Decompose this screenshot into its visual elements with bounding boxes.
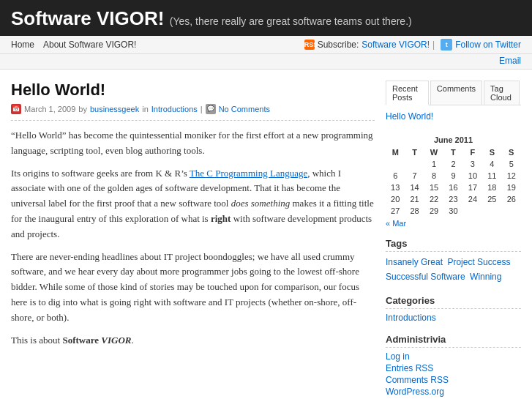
- cal-th-w: W: [424, 146, 443, 158]
- admin-list: Log in Entries RSS Comments RSS WordPres…: [386, 351, 521, 398]
- calendar-row: 12345: [386, 158, 521, 170]
- calendar-cell: 19: [502, 182, 521, 193]
- content-area: Hello World! 📅 March 1, 2009 by business…: [11, 81, 375, 399]
- calendar-cell: 30: [443, 205, 462, 217]
- administrivia-widget: Administrivia Log in Entries RSS Comment…: [386, 334, 521, 398]
- sidebar: Recent Posts Comments Tag Cloud Hello Wo…: [386, 81, 521, 399]
- follow-twitter-link[interactable]: Follow on Twitter: [455, 40, 521, 50]
- administrivia-title: Administrivia: [386, 334, 521, 348]
- cal-th-f: F: [463, 146, 482, 158]
- calendar-cell: 8: [424, 170, 443, 182]
- tags-widget: Tags Insanely Great Project Success Succ…: [386, 238, 521, 285]
- cal-th-t1: T: [405, 146, 424, 158]
- calendar-cell: [463, 205, 482, 217]
- post-para-1: “Hello World” has become the quintessent…: [11, 128, 375, 159]
- calendar-cell: 17: [463, 182, 482, 193]
- calendar-cell: 9: [443, 170, 462, 182]
- para4-pre: This is about: [11, 335, 62, 346]
- calendar-cell: 10: [463, 170, 482, 182]
- calendar-cell: 7: [405, 170, 424, 182]
- site-title: Software VIGOR! (Yes, there really are g…: [11, 7, 521, 30]
- calendar-cell: 27: [386, 205, 405, 217]
- recent-posts-widget: Recent Posts Comments Tag Cloud Hello Wo…: [386, 81, 521, 123]
- post-para-2: Its origins to software geeks are from K…: [11, 166, 375, 242]
- calendar-cell: 28: [405, 205, 424, 217]
- tab-tag-cloud[interactable]: Tag Cloud: [484, 81, 520, 105]
- tag-insanely-great[interactable]: Insanely Great: [386, 257, 443, 267]
- post-author[interactable]: businessgeek: [90, 105, 139, 113]
- post-comments[interactable]: No Comments: [219, 105, 270, 113]
- calendar-cell: 4: [482, 158, 501, 170]
- tag-winning[interactable]: Winning: [470, 272, 501, 282]
- email-row: Email: [0, 54, 532, 70]
- para2-em: does something: [231, 198, 291, 209]
- recent-post-hello-world[interactable]: Hello World!: [386, 110, 521, 123]
- categories-list: Introductions: [386, 312, 521, 324]
- calendar-row: 6789101112: [386, 170, 521, 182]
- calendar-cell: [482, 205, 501, 217]
- para2-strong: right: [211, 213, 231, 224]
- comment-icon: 💬: [206, 104, 216, 114]
- tab-comments[interactable]: Comments: [430, 81, 482, 105]
- pipe-separator: |: [432, 40, 435, 50]
- admin-entries-rss[interactable]: Entries RSS: [386, 362, 521, 374]
- calendar-cell: 1: [424, 158, 443, 170]
- post-category[interactable]: Introductions: [151, 105, 198, 113]
- calendar-cell: 15: [424, 182, 443, 193]
- calendar-header-row: M T W T F S S: [386, 146, 521, 158]
- nav-left: Home About Software VIGOR!: [11, 40, 136, 50]
- admin-comments-rss[interactable]: Comments RSS: [386, 374, 521, 386]
- nav-home[interactable]: Home: [11, 40, 34, 50]
- subscribe-link[interactable]: Software VIGOR!: [361, 40, 430, 50]
- calendar-cell: 12: [502, 170, 521, 182]
- calendar-cell: 29: [424, 205, 443, 217]
- post-para-3: There are never-ending headlines about I…: [11, 250, 375, 326]
- calendar-row: 27282930: [386, 205, 521, 217]
- nav-about[interactable]: About Software VIGOR!: [43, 40, 136, 50]
- cal-th-s2: S: [502, 146, 521, 158]
- email-link[interactable]: Email: [499, 56, 521, 66]
- para4-strong-text: Software: [62, 335, 101, 346]
- post-body: “Hello World” has become the quintessent…: [11, 128, 375, 348]
- calendar-row: 13141516171819: [386, 182, 521, 193]
- post-separator: |: [201, 105, 203, 113]
- calendar-icon: 📅: [11, 104, 21, 114]
- twitter-block: t Follow on Twitter: [441, 39, 521, 51]
- post-title: Hello World!: [11, 81, 375, 100]
- post-para-4: This is about Software VIGOR.: [11, 333, 375, 348]
- c-programming-link[interactable]: The C Programming Language: [190, 168, 307, 179]
- nav-right: RSS Subscribe: Software VIGOR! | t Follo…: [304, 39, 521, 51]
- site-title-text: Software VIGOR!: [11, 7, 164, 29]
- calendar-cell: [405, 158, 424, 170]
- calendar-nav: « Mar: [386, 219, 521, 228]
- widget-tabs: Recent Posts Comments Tag Cloud: [386, 81, 521, 105]
- subscribe-block: RSS Subscribe: Software VIGOR! |: [304, 40, 435, 50]
- rss-icon: RSS: [304, 40, 315, 50]
- calendar-widget: June 2011 M T W T F S S 1234567891011121…: [386, 133, 521, 228]
- tag-project-success[interactable]: Project Success: [447, 257, 510, 267]
- calendar-cell: 11: [482, 170, 501, 182]
- cal-th-s1: S: [482, 146, 501, 158]
- tab-recent-posts[interactable]: Recent Posts: [386, 81, 429, 105]
- calendar-row: 20212223242526: [386, 193, 521, 205]
- site-header: Software VIGOR! (Yes, there really are g…: [0, 0, 532, 36]
- admin-login[interactable]: Log in: [386, 351, 521, 362]
- navbar: Home About Software VIGOR! RSS Subscribe…: [0, 36, 532, 54]
- calendar-cell: 21: [405, 193, 424, 205]
- site-tagline: (Yes, there really are great software te…: [170, 15, 412, 27]
- tags-title: Tags: [386, 238, 521, 252]
- calendar-cell: [386, 158, 405, 170]
- twitter-icon: t: [441, 39, 452, 51]
- calendar-cell: 16: [443, 182, 462, 193]
- calendar-prev[interactable]: « Mar: [386, 219, 406, 228]
- calendar-cell: 13: [386, 182, 405, 193]
- post-meta: 📅 March 1, 2009 by businessgeek in Intro…: [11, 104, 375, 121]
- main-wrap: Hello World! 📅 March 1, 2009 by business…: [0, 70, 532, 399]
- calendar-caption: June 2011: [386, 133, 521, 146]
- admin-wordpress[interactable]: WordPress.org: [386, 386, 521, 398]
- cat-introductions[interactable]: Introductions: [386, 312, 521, 324]
- calendar-cell: 3: [463, 158, 482, 170]
- post-in: in: [142, 105, 149, 113]
- cal-th-t2: T: [443, 146, 462, 158]
- tag-successful-software[interactable]: Successful Software: [386, 272, 465, 282]
